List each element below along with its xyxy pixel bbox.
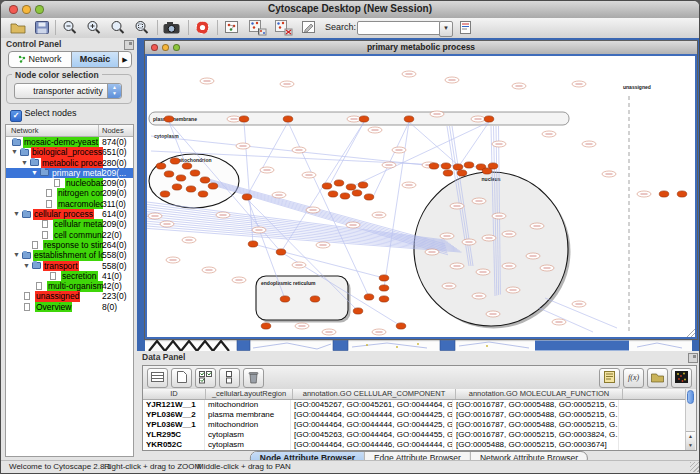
network-node[interactable] — [276, 249, 286, 255]
select-attributes-icon[interactable] — [195, 368, 216, 388]
network-node[interactable] — [429, 163, 439, 169]
node-label-oval[interactable] — [216, 212, 230, 218]
network-node[interactable] — [176, 175, 186, 181]
network-node[interactable] — [484, 116, 494, 122]
node-label-oval[interactable] — [382, 162, 396, 168]
formula-fx-icon[interactable]: f(x) — [623, 368, 644, 388]
table-cell[interactable]: mitochondrion — [205, 400, 291, 410]
node-label-oval[interactable] — [346, 222, 360, 228]
expand-triangle-icon[interactable]: ▼ — [11, 147, 18, 157]
table-row[interactable]: YLR295Ccytoplasm[GO:0045263, GO:0044464,… — [143, 430, 686, 440]
network-node[interactable] — [352, 190, 362, 196]
table-cell[interactable]: YPL036W__2 — [143, 410, 205, 420]
tree-row[interactable]: mosaic-demo-yeast874(0) — [6, 137, 133, 147]
table-cell[interactable]: [GO:0016787, GO:0005488, GO:0005215, G..… — [453, 400, 619, 410]
table-cell[interactable]: YPL036W__1 — [143, 420, 205, 430]
network-node[interactable] — [379, 296, 389, 302]
tab-network[interactable]: Network — [9, 52, 71, 67]
column-header[interactable]: annotation.GO CELLULAR_COMPONENT — [293, 389, 456, 399]
tree-row[interactable]: ▼cellular process614(0) — [6, 209, 133, 219]
network-node[interactable] — [659, 191, 669, 197]
tree-row[interactable]: ▼biological_process651(0) — [6, 147, 133, 157]
table-cell[interactable]: YKR052C — [143, 440, 205, 450]
node-label-oval[interactable] — [492, 213, 506, 219]
table-row[interactable]: YJR121W__1mitochondrion[GO:0045267, GO:0… — [143, 400, 686, 410]
node-label-oval[interactable] — [236, 143, 250, 149]
tree-row[interactable]: ▼metabolic process280(0) — [6, 158, 133, 168]
tree-row[interactable]: ▼establishment of lo558(0) — [6, 250, 133, 260]
tree-column-nodes[interactable]: Nodes — [102, 126, 124, 135]
network-node[interactable] — [677, 191, 687, 197]
column-header[interactable]: annotation.GO MOLECULAR_FUNCTION — [456, 389, 623, 399]
network-node[interactable] — [283, 116, 293, 122]
network-node[interactable] — [443, 170, 453, 176]
network-node[interactable] — [346, 184, 356, 190]
tree-row[interactable]: multi-organism pro42(0) — [6, 281, 133, 291]
float-panel-icon[interactable] — [688, 353, 698, 363]
expand-triangle-icon[interactable]: ▼ — [13, 250, 20, 260]
network-node[interactable] — [340, 193, 350, 199]
expand-triangle-icon[interactable]: ▼ — [31, 168, 38, 178]
tab-mosaic[interactable]: Mosaic — [71, 52, 118, 67]
tree-row[interactable]: nitrogen compo209(0) — [6, 188, 133, 198]
tree-row[interactable]: unassigned223(0) — [6, 291, 133, 301]
network-node[interactable] — [200, 177, 210, 183]
table-row[interactable]: YKR052Ccytoplasm[GO:0044464, GO:0044446,… — [143, 440, 686, 450]
tree-row[interactable]: macromolecule311(0) — [6, 199, 133, 209]
node-label-oval[interactable] — [450, 263, 464, 269]
node-label-oval[interactable] — [302, 172, 316, 178]
node-label-oval[interactable] — [425, 249, 439, 255]
scrollbar-thumb[interactable] — [687, 390, 694, 404]
table-cell[interactable]: YLR295C — [143, 430, 205, 440]
table-cell[interactable]: [GO:0016787, GO:0005488, GO:0005215, G..… — [453, 410, 619, 420]
network-node[interactable] — [170, 158, 180, 164]
node-label-oval[interactable] — [471, 116, 485, 122]
node-label-oval[interactable] — [392, 147, 406, 153]
network-node[interactable] — [328, 191, 338, 197]
annotation-icon[interactable] — [300, 19, 318, 36]
network-node[interactable] — [248, 241, 258, 247]
zoom-selected-icon[interactable] — [133, 19, 151, 36]
node-label-oval[interactable] — [637, 191, 651, 197]
table-cell[interactable]: plasma membrane — [205, 410, 291, 420]
table-cell[interactable]: cytoplasm — [205, 440, 291, 450]
node-label-oval[interactable] — [512, 83, 526, 89]
network-node[interactable] — [182, 163, 192, 169]
node-label-oval[interactable] — [252, 227, 266, 233]
node-label-oval[interactable] — [440, 233, 454, 239]
node-label-oval[interactable] — [280, 81, 294, 87]
tree-column-network[interactable]: Network — [11, 126, 39, 135]
scroll-up-icon[interactable]: ▲ — [686, 432, 695, 441]
tree-row[interactable]: ▼primary metabol209(... — [6, 168, 133, 178]
compartment-mitochondrion[interactable]: mitochondrion — [149, 154, 239, 208]
network-node[interactable] — [160, 191, 170, 197]
node-label-oval[interactable] — [552, 319, 566, 325]
table-row[interactable]: YPL036W__2plasma membrane[GO:0044464, GO… — [143, 410, 686, 420]
network-node[interactable] — [364, 194, 374, 200]
table-cell[interactable]: [GO:0045267, GO:0045261, GO:0044464, G..… — [291, 400, 453, 410]
tree-row[interactable]: secretion41(0) — [6, 271, 133, 281]
node-label-oval[interactable] — [442, 283, 456, 289]
network-node[interactable] — [190, 170, 200, 176]
node-label-oval[interactable] — [166, 257, 180, 263]
tree-row[interactable]: ▼transport558(0) — [6, 261, 133, 271]
node-label-oval[interactable] — [316, 242, 330, 248]
network-node[interactable] — [379, 275, 389, 281]
node-label-oval[interactable] — [472, 198, 486, 204]
node-label-oval[interactable] — [182, 237, 196, 243]
network-node[interactable] — [208, 183, 218, 189]
compartment-endoplasmic-reticulum[interactable]: endoplasmic reticulum — [256, 276, 351, 323]
background-window-fragments[interactable] — [137, 340, 700, 351]
zoom-out-icon[interactable] — [61, 19, 79, 36]
node-label-oval[interactable] — [200, 78, 214, 84]
network-view-window[interactable]: primary metabolic process plasma membran… — [144, 40, 698, 340]
node-label-oval[interactable] — [260, 167, 274, 173]
tree-row[interactable]: cell communicat22(0) — [6, 230, 133, 240]
select-nodes-checkbox[interactable]: ✓ — [10, 110, 22, 122]
node-label-oval[interactable] — [322, 329, 336, 335]
network-node[interactable] — [334, 180, 344, 186]
table-scrollbar[interactable]: ▲▼ — [685, 389, 696, 450]
network-window-title-bar[interactable]: primary metabolic process — [145, 41, 697, 55]
network-node[interactable] — [172, 184, 182, 190]
network-node[interactable] — [379, 285, 389, 291]
